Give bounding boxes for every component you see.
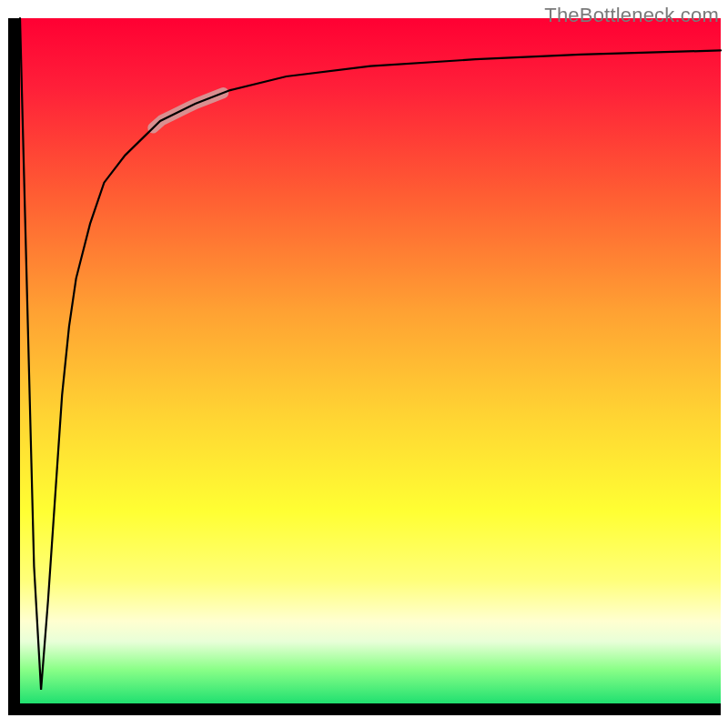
gradient-background: [20, 18, 721, 703]
x-axis: [8, 703, 721, 715]
y-axis: [8, 18, 20, 710]
watermark-text: TheBottleneck.com: [544, 4, 719, 27]
chart-stage: TheBottleneck.com: [0, 0, 728, 728]
plot-area: [20, 18, 721, 703]
